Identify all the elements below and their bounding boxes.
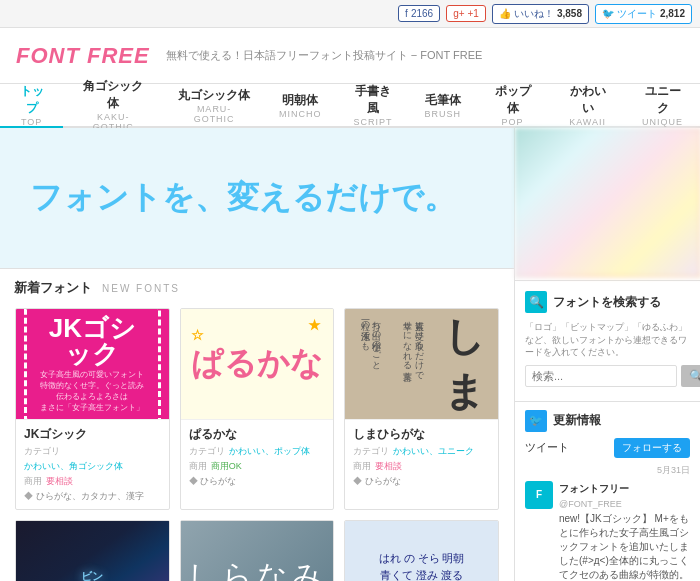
nav-sub-unique: UNIQUE [642,117,683,127]
search-title: フォントを検索する [553,294,661,311]
search-input-row: 🔍 [525,365,690,387]
font-card-shira[interactable]: しらなみ しらなみ カテゴリ 毛筆体 商用 要相談 [180,520,335,581]
font-thumbnail-hare: はれ の そら 明朝青くて 澄み 渡る晴れた 空の もじ [345,521,498,581]
nav-item-kawaii[interactable]: かわいい KAWAII [550,84,625,128]
left-content: フォントを、変えるだけで。 新着フォント NEW FONTS JKゴシック 女子… [0,128,514,581]
star-icon-2: ☆ [191,327,204,343]
twitter-section: 🐦 更新情報 ツイート フォローする 5月31日 F フォントフリー @FONT… [515,401,700,581]
tweet-label: ツイート [617,7,657,21]
logo[interactable]: FONT FREE [16,43,150,69]
tweet-text-block: フォントフリー @FONT_FREE new!【JKゴシック】 M+をもとに作ら… [559,481,690,581]
like-icon: 👍 [499,8,511,19]
shima-kanji-text: 打ち出の小槌のごと一粒の泡沫でも [359,315,382,365]
nav-item-unique[interactable]: ユニーク UNIQUE [625,84,700,128]
font-chars-jk: ◆ ひらがな、カタカナ、漢字 [24,490,161,503]
shima-kanji-text2: 素直に受け取るだけで幸せになれる言葉 [401,315,424,375]
search-button[interactable]: 🔍 [681,365,700,387]
follow-button[interactable]: フォローする [614,438,690,458]
nav-item-kaku[interactable]: 角ゴシック体 KAKU-GOTHIC [63,84,163,128]
nav-item-mincho[interactable]: 明朝体 MINCHO [265,84,336,128]
font-info-jk: JKゴシック カテゴリ かわいい、角ゴシック体 商用 要相談 ◆ ひらがな、カタ… [16,419,169,509]
main-content: フォントを、変えるだけで。 新着フォント NEW FONTS JKゴシック 女子… [0,128,700,581]
search-header: 🔍 フォントを検索する [525,291,690,313]
font-commercial-shima: 商用 要相談 [353,460,490,473]
jk-thumb-title: JKゴシック [37,315,148,367]
ikaho-overlay: ビン [16,521,169,581]
tweet-avatar: F [525,481,553,509]
nav-item-pop[interactable]: ポップ体 POP [475,84,550,128]
facebook-icon: f [405,8,408,19]
font-commercial-pal: 商用 商用OK [189,460,326,473]
ikaho-thumb-text: ビン [81,569,103,582]
nav-label-kaku: 角ゴシック体 [77,78,149,112]
header: FONT FREE 無料で使える！日本語フリーフォント投稿サイト − FONT … [0,28,700,84]
font-chars-shima: ◆ ひらがな [353,475,490,488]
search-section: 🔍 フォントを検索する 「ロゴ」「ビットマップ」「ゆるふわ」など、欲しいフォント… [515,280,700,397]
font-thumbnail-ikaho: ビン [16,521,169,581]
font-thumbnail-shima: 打ち出の小槌のごと一粒の泡沫でも 素直に受け取るだけで幸せになれる言葉 しま [345,309,498,419]
font-card-hare[interactable]: はれ の そら 明朝青くて 澄み 渡る晴れた 空の もじ はれのそら明朝 カテゴ… [344,520,499,581]
gplus-icon: g+ [453,8,464,19]
right-sidebar: 🔍 フォントを検索する 「ロゴ」「ビットマップ」「ゆるふわ」など、欲しいフォント… [514,128,700,581]
tweet-bar-label: ツイート [525,440,569,455]
font-card-jk[interactable]: JKゴシック 女子高生風の可愛いフォント特徴的なくせ字。ぐっと読み伝わるよろよろ… [15,308,170,510]
star-icon-1: ★ [308,317,321,333]
gplus-count: +1 [468,8,479,19]
font-grid: JKゴシック 女子高生風の可愛いフォント特徴的なくせ字。ぐっと読み伝わるよろよろ… [0,303,514,581]
nav-label-mincho: 明朝体 [282,92,318,109]
font-info-shima: しまひらがな カテゴリ かわいい、ユニーク 商用 要相談 ◆ ひらがな [345,419,498,494]
pal-thumb-text: ぱるかな [191,342,323,386]
tweet-bar: ツイート フォローする [525,438,690,458]
gplus-button[interactable]: g+ +1 [446,5,486,22]
tweet-username: フォントフリー [559,483,629,494]
tweet-count: 2,812 [660,8,685,19]
nav-label-kawaii: かわいい [564,83,611,117]
font-card-ikaho[interactable]: ビン いかほひらがな カテゴリ ポップ体、ユニーク 商用 要相談 [15,520,170,581]
ad-image [515,128,700,278]
nav-label-top: トップ [14,83,49,117]
nav-sub-mincho: MINCHO [279,109,322,119]
nav-sub-maru: MARU-GOTHIC [177,104,251,124]
shima-big-char: しま [444,309,485,419]
search-icon: 🔍 [529,295,544,309]
font-commercial-jk: 商用 要相談 [24,475,161,488]
twitter-bird-icon: 🐦 [529,414,543,427]
jk-thumb-inner: JKゴシック 女子高生風の可愛いフォント特徴的なくせ字。ぐっと読み伝わるよろよろ… [24,309,161,419]
nav-label-script: 手書き風 [350,83,397,117]
tweet-body: new!【JKゴシック】 M+をもとに作られた女子高生風ゴシックフォントを追加い… [559,512,690,581]
like-button[interactable]: 👍 いいね！ 3,858 [492,4,589,24]
nav-sub-top: TOP [21,117,42,127]
twitter-icon-box: 🐦 [525,410,547,432]
advertisement [515,128,700,278]
facebook-count: 2166 [411,8,433,19]
tweet-content-row: F フォントフリー @FONT_FREE new!【JKゴシック】 M+をもとに… [525,481,690,581]
nav-label-maru: 丸ゴシック体 [178,87,250,104]
nav-label-unique: ユニーク [639,83,686,117]
nav-sub-kawaii: KAWAII [569,117,606,127]
search-input[interactable] [525,365,677,387]
jk-thumb-sub: 女子高生風の可愛いフォント特徴的なくせ字。ぐっと読み伝わるよろよろさはまさに「女… [37,369,148,413]
nav-label-brush: 毛筆体 [425,92,461,109]
shira-thumb-text: しらなみ [187,556,327,582]
nav-item-script[interactable]: 手書き風 SCRIPT [336,84,411,128]
hero-banner: フォントを、変えるだけで。 [0,128,514,268]
font-card-shima[interactable]: 打ち出の小槌のごと一粒の泡沫でも 素直に受け取るだけで幸せになれる言葉 しま し… [344,308,499,510]
nav-sub-pop: POP [502,117,524,127]
font-chars-pal: ◆ ひらがな [189,475,326,488]
tweet-date: 5月31日 [525,464,690,477]
avatar-letter: F [536,489,542,500]
search-icon-box: 🔍 [525,291,547,313]
nav-item-brush[interactable]: 毛筆体 BRUSH [411,84,476,128]
nav-item-top[interactable]: トップ TOP [0,84,63,128]
tweet-handle: @FONT_FREE [559,499,622,509]
like-count: 3,858 [557,8,582,19]
twitter-icon: 🐦 [602,8,614,19]
font-thumbnail-shira: しらなみ [181,521,334,581]
nav-sub-script: SCRIPT [354,117,393,127]
facebook-button[interactable]: f 2166 [398,5,440,22]
nav-item-maru[interactable]: 丸ゴシック体 MARU-GOTHIC [163,84,265,128]
section-title-jp: 新着フォント [14,279,92,297]
tweet-button[interactable]: 🐦 ツイート 2,812 [595,4,692,24]
font-info-pal: ぱるかな カテゴリ かわいい、ポップ体 商用 商用OK ◆ ひらがな [181,419,334,494]
font-card-pal[interactable]: ★ ☆ ぱるかな ぱるかな カテゴリ かわいい、ポップ体 商用 商用OK [180,308,335,510]
